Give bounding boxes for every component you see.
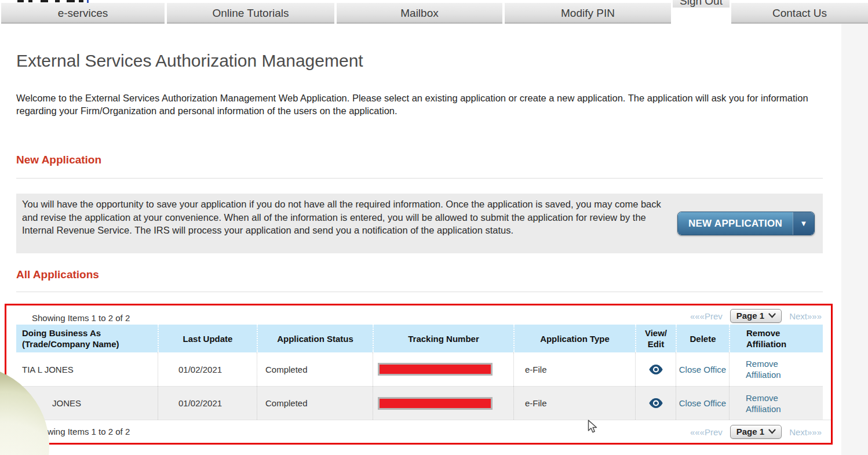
- page-select[interactable]: Page 1: [730, 309, 782, 323]
- new-application-info-box: You will have the opportunity to save yo…: [16, 194, 823, 253]
- cell-application-status: Completed: [257, 352, 373, 386]
- prev-page-link[interactable]: «««Prev: [690, 427, 723, 437]
- cell-last-update: 01/02/2021: [158, 352, 257, 386]
- clipped-text-artifact: [28, 0, 32, 2]
- chevron-down-icon: [768, 429, 776, 434]
- remove-affiliation-link[interactable]: Remove Affiliation: [746, 358, 796, 380]
- page-right-margin: [841, 24, 868, 455]
- page: e-services Online Tutorials Mailbox Modi…: [0, 0, 868, 455]
- table-row: TIA L JONES 01/02/2021 Completed e-File …: [16, 352, 823, 386]
- close-office-link[interactable]: Close Office: [679, 398, 726, 409]
- col-header-doing-business-as: Doing Business As (Trade/Company Name): [16, 325, 158, 352]
- pagination-top: «««Prev Page 1 Next»»»: [690, 309, 822, 323]
- page-title: External Services Authorization Manageme…: [16, 51, 363, 71]
- cell-application-status: Completed: [257, 386, 373, 420]
- table-row: JONES 01/02/2021 Completed e-File Close …: [16, 386, 823, 420]
- next-page-link[interactable]: Next»»»: [789, 427, 822, 437]
- cell-application-type: e-File: [513, 386, 635, 420]
- view-edit-button[interactable]: [648, 365, 663, 374]
- intro-paragraph: Welcome to the External Services Authori…: [16, 92, 815, 117]
- view-edit-button[interactable]: [648, 398, 663, 408]
- clipped-text-artifact: [79, 0, 83, 2]
- clipped-text-artifact: [67, 0, 75, 2]
- caret-down-icon[interactable]: ▼: [793, 212, 814, 235]
- clipped-text-artifact: [41, 0, 48, 2]
- tab-online-tutorials[interactable]: Online Tutorials: [167, 3, 334, 24]
- tab-e-services[interactable]: e-services: [1, 3, 165, 24]
- next-page-link[interactable]: Next»»»: [789, 311, 822, 321]
- clipped-text-artifact: [55, 0, 60, 2]
- clipped-text-artifact: [17, 0, 24, 2]
- new-application-button[interactable]: NEW APPLICATION ▼: [677, 212, 815, 235]
- cell-tracking-number: [373, 386, 513, 420]
- close-office-link[interactable]: Close Office: [679, 364, 726, 375]
- col-header-tracking-number: Tracking Number: [373, 325, 513, 352]
- col-header-view-edit: View/ Edit: [635, 325, 676, 352]
- eye-icon: [648, 365, 663, 374]
- new-application-button-label: NEW APPLICATION: [678, 212, 793, 235]
- new-application-description: You will have the opportunity to save yo…: [22, 198, 671, 237]
- table-footer: Showing Items 1 to 2 of 2 «««Prev Page 1…: [6, 420, 831, 443]
- showing-items-text: Showing Items 1 to 2 of 2: [32, 313, 130, 323]
- redaction-box: [378, 397, 493, 410]
- new-application-heading: New Application: [16, 154, 101, 166]
- cell-view-edit: [635, 386, 676, 420]
- cell-remove-affiliation: Remove Affiliation: [729, 386, 823, 420]
- cell-view-edit: [635, 352, 676, 386]
- section-divider: [16, 178, 823, 179]
- section-divider: [16, 292, 823, 292]
- prev-page-link[interactable]: «««Prev: [690, 311, 723, 321]
- cell-last-update: 01/02/2021: [158, 386, 257, 420]
- tab-sign-out-label: Sign Out: [673, 0, 730, 8]
- cell-remove-affiliation: Remove Affiliation: [729, 352, 823, 386]
- eye-icon: [648, 398, 663, 408]
- cell-dba: TIA L JONES: [16, 352, 158, 386]
- pagination-bottom: «««Prev Page 1 Next»»»: [690, 425, 822, 439]
- col-header-remove-affiliation: Remove Affiliation: [729, 325, 823, 352]
- cell-tracking-number: [373, 352, 513, 386]
- all-applications-heading: All Applications: [16, 268, 99, 281]
- cell-delete: Close Office: [676, 352, 729, 386]
- tab-mailbox[interactable]: Mailbox: [337, 3, 502, 24]
- cursor-icon: [588, 420, 600, 434]
- col-header-last-update: Last Update: [158, 325, 257, 352]
- tab-modify-pin[interactable]: Modify PIN: [505, 3, 671, 24]
- table-header-row: Doing Business As (Trade/Company Name) L…: [16, 325, 823, 352]
- col-header-delete: Delete: [676, 325, 729, 352]
- page-select[interactable]: Page 1: [730, 425, 782, 439]
- col-header-application-type: Application Type: [513, 325, 635, 352]
- tab-sign-out[interactable]: Sign Out: [673, 0, 730, 8]
- tab-contact-us[interactable]: Contact Us: [731, 3, 868, 24]
- page-select-value: Page 1: [736, 427, 764, 436]
- all-applications-table: Showing Items 1 to 2 of 2 «««Prev Page 1…: [5, 304, 833, 445]
- col-header-application-status: Application Status: [257, 325, 373, 352]
- cell-delete: Close Office: [676, 386, 729, 420]
- remove-affiliation-link[interactable]: Remove Affiliation: [746, 392, 796, 414]
- chevron-down-icon: [768, 313, 776, 318]
- page-select-value: Page 1: [736, 311, 764, 321]
- cell-application-type: e-File: [513, 352, 635, 386]
- redaction-box: [378, 363, 493, 376]
